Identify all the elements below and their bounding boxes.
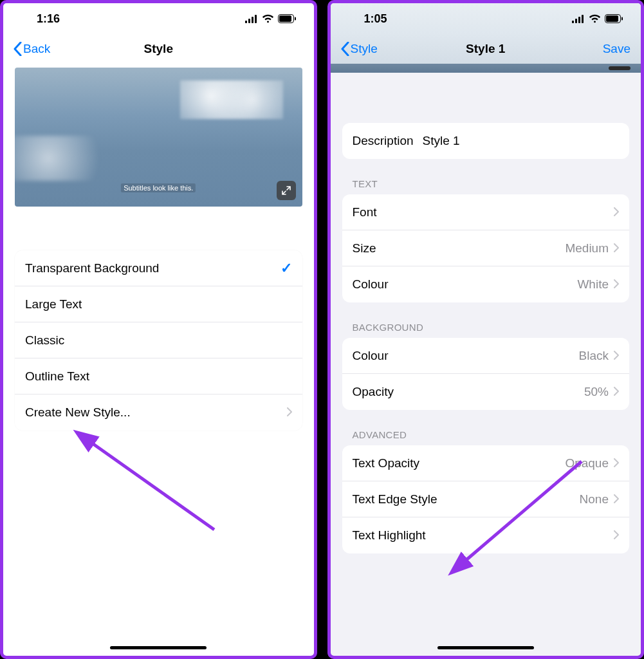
svg-rect-13 [606,15,618,22]
text-opacity-row[interactable]: Text Opacity Opaque [342,445,630,481]
spacer [342,73,630,123]
style-option-label: Large Text [25,297,292,311]
row-label: Text Edge Style [353,492,580,506]
text-highlight-row[interactable]: Text Highlight [342,517,630,553]
description-label: Description [353,134,414,148]
chevron-right-icon [614,277,619,292]
chevron-left-icon [14,42,22,56]
row-label: Opacity [353,385,584,399]
svg-rect-2 [252,17,253,23]
style-option-classic[interactable]: Classic [15,322,302,358]
subtitle-preview: Subtitles look like this. [15,68,302,207]
description-group: Description Style 1 [342,123,630,159]
back-label: Back [23,42,50,56]
svg-rect-3 [255,15,257,23]
chevron-right-icon [287,405,292,420]
create-new-style-label: Create New Style... [25,405,287,420]
back-button[interactable]: Back [14,42,50,56]
bg-colour-row[interactable]: Colour Black [342,338,630,374]
advanced-group: Text Opacity Opaque Text Edge Style None… [342,445,630,553]
nav-bar: Style Style 1 Save [331,34,641,64]
row-value: Medium [565,241,609,255]
back-button[interactable]: Style [341,42,378,56]
bg-opacity-row[interactable]: Opacity 50% [342,374,630,410]
create-new-style-button[interactable]: Create New Style... [15,394,302,431]
svg-rect-6 [295,17,296,21]
chevron-right-icon [614,492,619,506]
row-value: 50% [584,385,609,399]
status-time: 1:16 [37,12,60,26]
svg-rect-10 [578,17,580,23]
row-value: Black [579,349,609,363]
svg-line-7 [89,441,214,530]
svg-rect-9 [575,19,577,23]
row-value: White [577,277,609,292]
row-label: Size [353,241,566,255]
chevron-right-icon [614,349,619,363]
svg-rect-8 [572,21,574,23]
phone-right: 1:05 Style Style 1 Save Description St [327,0,645,659]
status-icons [572,14,623,23]
chevron-right-icon [614,385,619,399]
section-header-background: BACKGROUND [342,302,630,338]
chevron-right-icon [614,205,619,219]
battery-icon [278,14,296,23]
style-option-label: Classic [25,333,292,348]
text-group: Font Size Medium Colour White [342,194,630,302]
section-header-text: TEXT [342,159,630,194]
cellular-signal-icon [245,15,258,23]
battery-icon [605,14,623,23]
style-list: Transparent Background ✓ Large Text Clas… [15,250,302,431]
chevron-right-icon [614,528,619,543]
preview-strip [331,64,641,73]
wifi-icon [589,14,601,23]
home-indicator [437,646,534,649]
row-value: Opaque [565,456,609,470]
row-label: Colour [353,349,579,363]
style-option-label: Transparent Background [25,261,281,275]
save-button[interactable]: Save [603,42,630,56]
row-label: Text Highlight [353,528,609,543]
status-icons [245,14,296,23]
style-option-label: Outline Text [25,369,292,384]
expand-icon [281,185,291,196]
back-label: Style [351,42,378,56]
style-option-transparent-background[interactable]: Transparent Background ✓ [15,250,302,286]
svg-rect-5 [279,15,291,22]
chevron-right-icon [614,241,619,255]
svg-rect-0 [245,21,247,23]
row-label: Text Opacity [353,456,566,470]
row-label: Font [353,205,609,219]
style-option-outline-text[interactable]: Outline Text [15,358,302,394]
status-bar: 1:05 [331,3,641,34]
chevron-right-icon [614,456,619,470]
chevron-left-icon [341,42,349,56]
cellular-signal-icon [572,15,585,23]
row-label: Colour [353,277,578,292]
nav-bar: Back Style [3,34,314,64]
expand-button[interactable] [277,181,296,200]
font-row[interactable]: Font [342,194,630,230]
svg-rect-11 [582,15,584,23]
style-option-large-text[interactable]: Large Text [15,286,302,322]
svg-rect-14 [621,17,623,21]
size-row[interactable]: Size Medium [342,230,630,266]
background-group: Colour Black Opacity 50% [342,338,630,410]
wifi-icon [262,14,274,23]
phone-left: 1:16 Back Style Subtitles look like this… [0,0,317,659]
subtitle-sample-text: Subtitles look like this. [121,183,196,192]
checkmark-icon: ✓ [281,260,292,277]
text-edge-style-row[interactable]: Text Edge Style None [342,481,630,517]
status-time: 1:05 [364,12,387,26]
svg-rect-1 [248,19,250,23]
home-indicator [110,646,207,649]
description-value: Style 1 [423,134,460,148]
text-colour-row[interactable]: Colour White [342,266,630,302]
section-header-advanced: ADVANCED [342,410,630,445]
description-row[interactable]: Description Style 1 [342,123,630,159]
row-value: None [580,492,609,506]
status-bar: 1:16 [3,3,314,34]
